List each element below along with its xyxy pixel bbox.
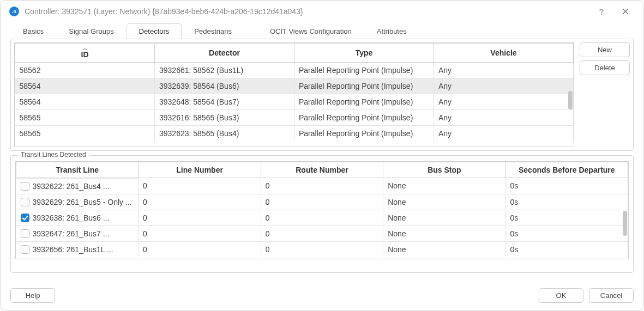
table-row[interactable]: 585643932639: 58564 (Bus6)Parallel Repor… xyxy=(15,78,574,94)
checkbox[interactable] xyxy=(21,182,29,191)
scrollbar-thumb[interactable] xyxy=(623,211,627,236)
cell-route-number: 0 xyxy=(261,241,383,257)
transit-line-label: 3932638: 261_Bus6 ... xyxy=(33,214,110,222)
transit-line-label: 3932647: 261_Bus7 ... xyxy=(33,229,110,238)
col-header-vehicle[interactable]: Vehicle xyxy=(434,44,574,63)
cell-seconds-before: 0s xyxy=(505,225,628,241)
cell-detector: 3932639: 58564 (Bus6) xyxy=(155,78,294,94)
table-row[interactable]: 585653932623: 58565 (Bus4)Parallel Repor… xyxy=(15,126,574,142)
table-row[interactable]: 3932647: 261_Bus7 ...00None0s xyxy=(16,225,628,241)
cell-transit-line: 3932622: 261_Bus4 ... xyxy=(16,178,139,194)
tab-signal-groups[interactable]: Signal Groups xyxy=(56,23,126,39)
cell-seconds-before: 0s xyxy=(505,178,628,194)
cell-line-number: 0 xyxy=(139,194,261,210)
checkbox[interactable] xyxy=(21,229,29,238)
detectors-table[interactable]: ︿ID Detector Type Vehicle 585623932661: … xyxy=(15,43,574,141)
close-icon[interactable] xyxy=(616,7,635,16)
cell-id: 58564 xyxy=(15,78,155,94)
cell-type: Parallel Reporting Point (Impulse) xyxy=(294,110,434,126)
col-header-seconds-before[interactable]: Seconds Before Departure xyxy=(505,162,628,178)
cell-vehicle: Any xyxy=(434,94,574,110)
table-row[interactable]: 585643932648: 58564 (Bus7)Parallel Repor… xyxy=(15,94,574,110)
dialog-footer: Help OK Cancel xyxy=(1,288,643,303)
col-header-type[interactable]: Type xyxy=(294,44,434,63)
transit-line-label: 3932629: 261_Bus5 - Only ... xyxy=(33,198,132,206)
cell-bus-stop: None xyxy=(383,210,505,225)
transit-table-wrap: Transit Line Line Number Route Number Bu… xyxy=(15,161,629,259)
dialog-window: .n Controller: 3932571 (Layer: Network) … xyxy=(0,0,644,311)
cell-line-number: 0 xyxy=(139,210,261,225)
window-title: Controller: 3932571 (Layer: Network) {87… xyxy=(25,7,587,16)
cell-line-number: 0 xyxy=(139,241,261,257)
cell-transit-line: 3932638: 261_Bus6 ... xyxy=(16,210,139,225)
col-header-transit-line[interactable]: Transit Line xyxy=(16,162,139,178)
cell-bus-stop: None xyxy=(383,178,505,194)
cell-seconds-before: 0s xyxy=(505,210,628,225)
cell-id: 58565 xyxy=(15,126,155,142)
cell-id: 58562 xyxy=(15,63,155,78)
cell-type: Parallel Reporting Point (Impulse) xyxy=(294,126,434,142)
cell-id: 58564 xyxy=(15,94,155,110)
app-icon: .n xyxy=(9,7,19,16)
cell-transit-line: 3932647: 261_Bus7 ... xyxy=(16,225,139,241)
cell-route-number: 0 xyxy=(261,178,383,194)
cell-transit-line: 3932629: 261_Bus5 - Only ... xyxy=(16,194,139,210)
transit-line-label: 3932622: 261_Bus4 ... xyxy=(33,182,110,191)
table-row[interactable]: 3932629: 261_Bus5 - Only ...00None0s xyxy=(16,194,628,210)
cell-type: Parallel Reporting Point (Impulse) xyxy=(294,78,434,94)
tab-attributes[interactable]: Attributes xyxy=(364,23,419,39)
table-row[interactable]: 585653932616: 58565 (Bus3)Parallel Repor… xyxy=(15,110,574,126)
cell-bus-stop: None xyxy=(383,194,505,210)
cell-line-number: 0 xyxy=(139,225,261,241)
cell-bus-stop: None xyxy=(383,225,505,241)
cell-detector: 3932648: 58564 (Bus7) xyxy=(155,94,294,110)
delete-button[interactable]: Delete xyxy=(580,60,630,75)
transit-table[interactable]: Transit Line Line Number Route Number Bu… xyxy=(16,162,628,257)
cell-detector: 3932623: 58565 (Bus4) xyxy=(155,126,294,142)
detectors-pane: ︿ID Detector Type Vehicle 585623932661: … xyxy=(10,39,634,151)
tab-basics[interactable]: Basics xyxy=(10,23,56,39)
cell-route-number: 0 xyxy=(261,194,383,210)
cell-route-number: 0 xyxy=(261,210,383,225)
col-header-detector[interactable]: Detector xyxy=(155,44,294,63)
side-button-group: New Delete xyxy=(580,42,630,147)
checkbox[interactable] xyxy=(21,198,29,206)
cell-vehicle: Any xyxy=(434,63,574,78)
checkbox[interactable] xyxy=(21,245,29,254)
cell-vehicle: Any xyxy=(434,126,574,142)
table-row[interactable]: 585623932661: 58562 (Bus1L)Parallel Repo… xyxy=(15,63,574,78)
transit-lines-group: Transit Lines Detected Transit Line Line… xyxy=(10,155,634,273)
table-row[interactable]: 3932656: 261_Bus1L ...00None0s xyxy=(16,241,628,257)
cell-detector: 3932616: 58565 (Bus3) xyxy=(155,110,294,126)
cell-id: 58565 xyxy=(15,110,155,126)
cell-transit-line: 3932656: 261_Bus1L ... xyxy=(16,241,139,257)
help-icon[interactable]: ? xyxy=(592,7,611,16)
cell-type: Parallel Reporting Point (Impulse) xyxy=(294,94,434,110)
tab-pedestrians[interactable]: Pedestrians xyxy=(182,23,244,39)
cell-line-number: 0 xyxy=(139,178,261,194)
cell-bus-stop: None xyxy=(383,241,505,257)
col-header-line-number[interactable]: Line Number xyxy=(139,162,261,178)
tab-bar: Basics Signal Groups Detectors Pedestria… xyxy=(1,22,643,39)
ok-button[interactable]: OK xyxy=(539,288,583,303)
cell-type: Parallel Reporting Point (Impulse) xyxy=(294,63,434,78)
cell-detector: 3932661: 58562 (Bus1L) xyxy=(155,63,294,78)
col-header-route-number[interactable]: Route Number xyxy=(261,162,383,178)
table-row[interactable]: 3932622: 261_Bus4 ...00None0s xyxy=(16,178,628,194)
cell-seconds-before: 0s xyxy=(505,194,628,210)
scrollbar-thumb[interactable] xyxy=(568,91,573,109)
cell-route-number: 0 xyxy=(261,225,383,241)
titlebar: .n Controller: 3932571 (Layer: Network) … xyxy=(1,1,643,22)
col-header-id[interactable]: ︿ID xyxy=(15,44,155,63)
help-button[interactable]: Help xyxy=(10,288,55,303)
tab-detectors[interactable]: Detectors xyxy=(127,23,182,39)
transit-lines-legend: Transit Lines Detected xyxy=(17,151,89,158)
col-header-bus-stop[interactable]: Bus Stop xyxy=(383,162,505,178)
table-row[interactable]: 3932638: 261_Bus6 ...00None0s xyxy=(16,210,628,225)
tab-ocit-views[interactable]: OCIT Views Configuration xyxy=(244,23,364,39)
checkbox[interactable] xyxy=(21,214,29,222)
new-button[interactable]: New xyxy=(580,42,630,57)
transit-line-label: 3932656: 261_Bus1L ... xyxy=(33,245,113,254)
cell-vehicle: Any xyxy=(434,110,574,126)
cancel-button[interactable]: Cancel xyxy=(589,288,634,303)
